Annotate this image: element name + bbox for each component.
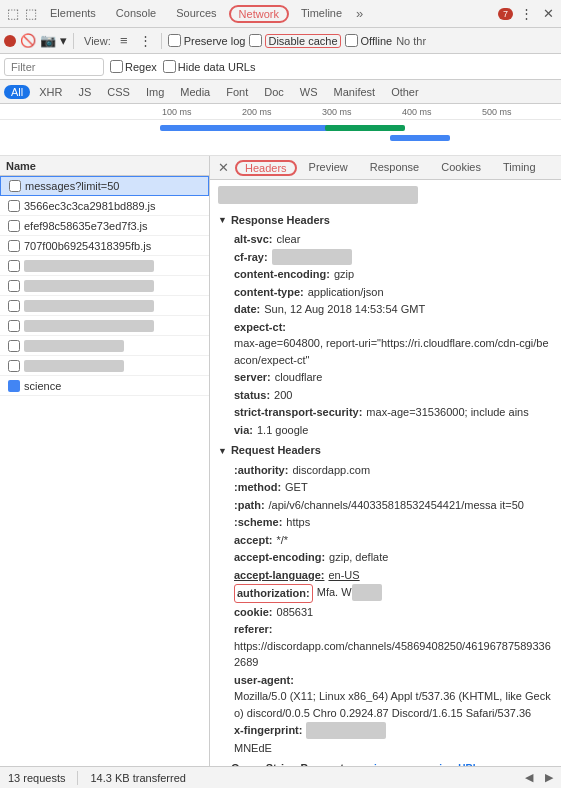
- scroll-right-icon[interactable]: ▶: [545, 771, 553, 784]
- request-item[interactable]: messages?limit=50: [0, 176, 209, 196]
- request-name-blurred: [24, 280, 154, 292]
- request-item[interactable]: [0, 356, 209, 376]
- response-headers-section[interactable]: ▼ Response Headers: [218, 212, 553, 230]
- tab-preview[interactable]: Preview: [299, 159, 358, 177]
- request-checkbox[interactable]: [8, 320, 20, 332]
- type-all[interactable]: All: [4, 85, 30, 99]
- request-name: science: [24, 380, 61, 392]
- query-string-section[interactable]: ▼ Query String Parameters view source vi…: [218, 760, 553, 766]
- request-headers-section[interactable]: ▼ Request Headers: [218, 442, 553, 460]
- offline-checkbox[interactable]: Offline: [345, 34, 393, 47]
- filter-input[interactable]: [4, 58, 104, 76]
- request-checkbox[interactable]: [9, 180, 21, 192]
- tab-headers[interactable]: Headers: [235, 160, 297, 176]
- tab-sources[interactable]: Sources: [166, 3, 226, 25]
- filter-icon[interactable]: ▾: [60, 33, 67, 48]
- tab-response[interactable]: Response: [360, 159, 430, 177]
- type-js[interactable]: JS: [71, 85, 98, 99]
- type-other[interactable]: Other: [384, 85, 426, 99]
- type-media[interactable]: Media: [173, 85, 217, 99]
- ruler-100ms: 100 ms: [160, 107, 240, 117]
- request-checkbox[interactable]: [8, 300, 20, 312]
- request-checkbox[interactable]: [8, 340, 20, 352]
- devtools-menu-icon[interactable]: ⋮: [517, 5, 535, 23]
- request-item[interactable]: [0, 256, 209, 276]
- tab-elements[interactable]: Elements: [40, 3, 106, 25]
- disable-cache-checkbox[interactable]: Disable cache: [249, 34, 340, 48]
- request-name-blurred: [24, 360, 124, 372]
- regex-checkbox[interactable]: Regex: [110, 60, 157, 73]
- tab-timeline[interactable]: Timeline: [291, 3, 352, 25]
- header-row: via: 1.1 google: [218, 422, 553, 439]
- close-details-icon[interactable]: ✕: [214, 160, 233, 175]
- header-row: content-encoding: gzip: [218, 266, 553, 283]
- collapse-triangle: ▼: [218, 444, 227, 458]
- query-string-links: view source view URL: [369, 761, 479, 766]
- request-item[interactable]: [0, 296, 209, 316]
- query-string-label: Query String Parameters: [231, 760, 361, 766]
- header-row: accept: */*: [218, 532, 553, 549]
- type-img[interactable]: Img: [139, 85, 171, 99]
- requests-list[interactable]: messages?limit=50 3566ec3c3ca2981bd889.j…: [0, 176, 209, 766]
- request-checkbox[interactable]: [8, 360, 20, 372]
- ruler-400ms: 400 ms: [400, 107, 480, 117]
- screenshot-button[interactable]: 📷: [40, 33, 56, 48]
- requests-panel: Name messages?limit=50 3566ec3c3ca2981bd…: [0, 156, 210, 766]
- request-url-blurred: [218, 184, 553, 208]
- header-row: :path: /api/v6/channels/4403358185324544…: [218, 497, 553, 514]
- type-manifest[interactable]: Manifest: [327, 85, 383, 99]
- preserve-log-checkbox[interactable]: Preserve log: [168, 34, 246, 47]
- tab-cookies[interactable]: Cookies: [431, 159, 491, 177]
- details-panel: ✕ Headers Preview Response Cookies Timin…: [210, 156, 561, 766]
- type-doc[interactable]: Doc: [257, 85, 291, 99]
- main-area: Name messages?limit=50 3566ec3c3ca2981bd…: [0, 156, 561, 766]
- more-tabs-icon[interactable]: »: [352, 4, 367, 23]
- list-view-icon[interactable]: ≡: [115, 32, 133, 50]
- header-row: MNEdE: [218, 740, 553, 757]
- request-item[interactable]: science: [0, 376, 209, 396]
- tab-timing[interactable]: Timing: [493, 159, 546, 177]
- request-name-blurred: [24, 300, 154, 312]
- request-item[interactable]: [0, 276, 209, 296]
- tab-console[interactable]: Console: [106, 3, 166, 25]
- forward-icon[interactable]: ⬚: [22, 5, 40, 23]
- scroll-left-icon[interactable]: ◀: [525, 771, 533, 784]
- type-css[interactable]: CSS: [100, 85, 137, 99]
- request-checkbox[interactable]: [8, 220, 20, 232]
- request-name-blurred: [24, 260, 154, 272]
- header-row: :authority: discordapp.com: [218, 462, 553, 479]
- header-row: server: cloudflare: [218, 369, 553, 386]
- view-url-link[interactable]: view URL: [434, 761, 479, 766]
- back-icon[interactable]: ⬚: [4, 5, 22, 23]
- request-item[interactable]: [0, 316, 209, 336]
- request-favicon: [8, 380, 20, 392]
- details-tabs: ✕ Headers Preview Response Cookies Timin…: [210, 156, 561, 180]
- tree-view-icon[interactable]: ⋮: [137, 32, 155, 50]
- request-item[interactable]: 707f00b69254318395fb.js: [0, 236, 209, 256]
- header-row: referer: https://discordapp.com/channels…: [218, 621, 553, 671]
- request-checkbox[interactable]: [8, 200, 20, 212]
- toolbar-divider-2: [161, 33, 162, 49]
- request-item[interactable]: efef98c58635e73ed7f3.js: [0, 216, 209, 236]
- request-checkbox[interactable]: [8, 240, 20, 252]
- header-row: expect-ct: max-age=604800, report-uri="h…: [218, 319, 553, 369]
- type-ws[interactable]: WS: [293, 85, 325, 99]
- request-checkbox[interactable]: [8, 260, 20, 272]
- close-devtools-icon[interactable]: ✕: [539, 5, 557, 23]
- network-toolbar: 🚫 📷 ▾ View: ≡ ⋮ Preserve log Disable cac…: [0, 28, 561, 54]
- type-xhr[interactable]: XHR: [32, 85, 69, 99]
- type-font[interactable]: Font: [219, 85, 255, 99]
- request-item[interactable]: 3566ec3c3ca2981bd889.js: [0, 196, 209, 216]
- hide-data-urls-checkbox[interactable]: Hide data URLs: [163, 60, 256, 73]
- request-name: efef98c58635e73ed7f3.js: [24, 220, 148, 232]
- tab-network[interactable]: Network: [229, 5, 289, 23]
- view-source-link[interactable]: view source: [369, 761, 426, 766]
- headers-content: ▼ Response Headers alt-svc: clear cf-ray…: [210, 180, 561, 766]
- request-item[interactable]: [0, 336, 209, 356]
- record-button[interactable]: [4, 35, 16, 47]
- waterfall-bar-1: [160, 125, 330, 131]
- header-row: x-fingerprint:: [218, 722, 553, 739]
- header-row: accept-language: en-US: [218, 567, 553, 584]
- clear-button[interactable]: 🚫: [20, 33, 36, 48]
- request-checkbox[interactable]: [8, 280, 20, 292]
